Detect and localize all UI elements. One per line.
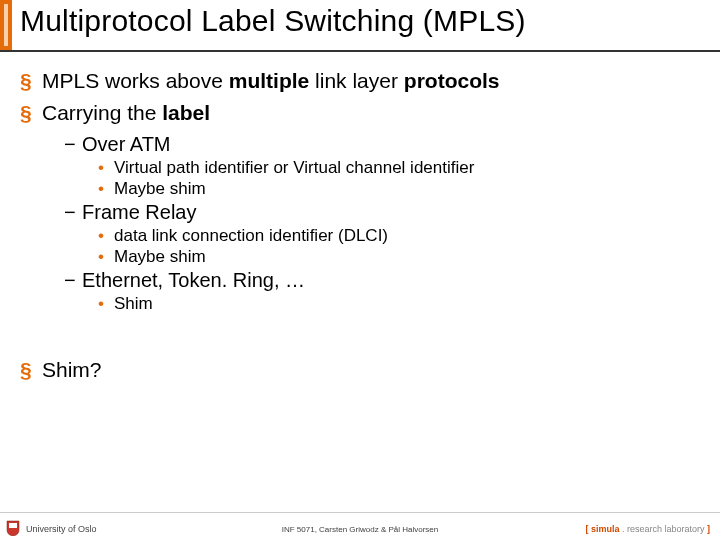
bullet-bold: label: [162, 101, 210, 124]
bullet-text: MPLS works above: [42, 69, 229, 92]
title-bar: Multiprotocol Label Switching (MPLS): [0, 0, 720, 50]
slide: Multiprotocol Label Switching (MPLS) MPL…: [0, 0, 720, 540]
spacer: [20, 315, 700, 357]
bullet-l3: data link connection identifier (DLCI): [98, 226, 700, 246]
footer-bracket: ]: [707, 524, 710, 534]
bullet-l2: Over ATM: [64, 133, 700, 156]
bullet-bold: protocols: [404, 69, 500, 92]
content-area: MPLS works above multiple link layer pro…: [20, 68, 700, 389]
bullet-l2: Frame Relay: [64, 201, 700, 224]
bullet-bold: multiple: [229, 69, 310, 92]
footer-right: [ simula . research laboratory ]: [585, 524, 710, 534]
bullet-l1: MPLS works above multiple link layer pro…: [20, 68, 700, 94]
title-accent-inner: [4, 4, 8, 46]
bullet-l3: Maybe shim: [98, 247, 700, 267]
bullet-text: link layer: [315, 69, 404, 92]
bullet-l1: Carrying the label: [20, 100, 700, 126]
footer-brand: simula: [591, 524, 620, 534]
bullet-text: Carrying the: [42, 101, 162, 124]
bullet-l3: Virtual path identifier or Virtual chann…: [98, 158, 700, 178]
footer-sub: research laboratory: [627, 524, 705, 534]
bullet-l1: Shim?: [20, 357, 700, 383]
slide-title: Multiprotocol Label Switching (MPLS): [20, 4, 526, 38]
bullet-l2: Ethernet, Token. Ring, …: [64, 269, 700, 292]
bullet-l3: Maybe shim: [98, 179, 700, 199]
title-underline: [0, 50, 720, 52]
bullet-l3: Shim: [98, 294, 700, 314]
title-accent: [0, 0, 12, 50]
footer: University of Oslo INF 5071, Carsten Gri…: [0, 512, 720, 540]
